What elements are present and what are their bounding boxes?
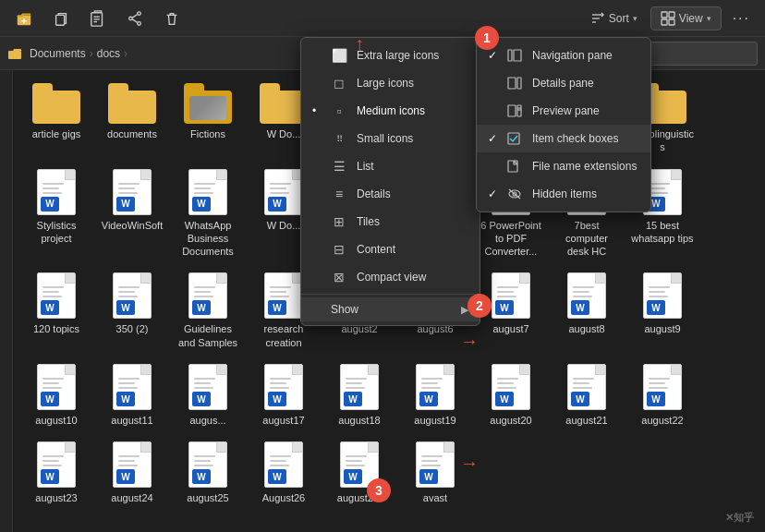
svg-rect-26 <box>517 105 521 116</box>
file-label: august7 <box>492 322 528 335</box>
left-nav <box>0 70 13 532</box>
show-nav-pane[interactable]: ✓ Navigation pane <box>477 42 650 69</box>
more-button[interactable]: ··· <box>725 6 758 30</box>
new-folder-btn[interactable] <box>7 6 41 30</box>
file-item[interactable]: W 120 topics <box>20 267 92 355</box>
file-label: W Do... <box>267 219 301 232</box>
file-label: augus... <box>189 414 225 427</box>
file-label: Fictions <box>190 127 225 140</box>
word-icon: W <box>37 441 76 488</box>
file-label: documents <box>107 127 157 140</box>
word-icon: W <box>113 169 152 215</box>
copy-btn[interactable] <box>44 6 78 30</box>
file-item[interactable]: W August26 <box>248 436 320 510</box>
share-btn[interactable] <box>118 6 152 30</box>
show-details-pane[interactable]: Details pane <box>477 69 650 97</box>
file-item[interactable]: W august11 <box>96 358 168 432</box>
file-item[interactable]: W WhatsApp Business Documents <box>172 163 244 264</box>
word-icon: W <box>113 364 152 410</box>
view-medium[interactable]: • ▫ Medium icons <box>301 97 480 125</box>
word-icon: W <box>567 272 606 319</box>
word-icon: W <box>37 169 76 215</box>
file-item[interactable]: W august24 <box>96 436 168 510</box>
file-label: W Do... <box>267 127 301 140</box>
word-icon: W <box>567 364 606 410</box>
file-item[interactable]: W august23 <box>20 436 92 510</box>
sort-button[interactable]: Sort ▾ <box>581 7 647 30</box>
svg-point-9 <box>138 21 141 25</box>
view-small[interactable]: ⠿ Small icons <box>301 125 480 152</box>
file-item[interactable]: W VideoWinSoft <box>96 163 168 264</box>
svg-rect-22 <box>514 50 521 61</box>
view-large[interactable]: ◻ Large icons <box>301 69 480 97</box>
medium-icon: ▫ <box>331 103 347 119</box>
view-extra-large[interactable]: ⬜ Extra large icons <box>301 42 480 69</box>
bc-docs[interactable]: docs <box>97 47 120 60</box>
show-file-extensions[interactable]: File name extensions <box>477 152 650 180</box>
badge-3: 3 <box>367 478 391 502</box>
file-item[interactable]: article gigs <box>20 78 92 160</box>
file-label: 120 topics <box>33 322 79 335</box>
word-icon: W <box>264 441 303 488</box>
svg-rect-17 <box>669 12 674 18</box>
file-item[interactable]: W 350 (2) <box>96 267 168 355</box>
file-item[interactable]: W august21 <box>551 358 623 432</box>
word-icon: W <box>492 272 530 319</box>
file-item[interactable]: W august20 <box>475 358 547 432</box>
svg-rect-20 <box>8 51 21 59</box>
toolbar: Sort ▾ View ▾ ··· <box>0 0 765 37</box>
word-icon: W <box>264 169 303 215</box>
file-item[interactable]: W august17 <box>248 358 320 432</box>
content-icon: ⊟ <box>331 241 347 258</box>
file-item[interactable]: W august19 <box>399 358 471 432</box>
view-list[interactable]: ☰ List <box>301 152 480 180</box>
word-icon: W <box>37 272 76 319</box>
show-preview-pane[interactable]: Preview pane <box>477 97 650 125</box>
file-label: Guidelines and Samples <box>176 322 240 349</box>
show-hidden-items[interactable]: ✓ Hidden items <box>477 180 650 208</box>
file-item[interactable]: W august22 <box>626 358 698 432</box>
bc-documents[interactable]: Documents <box>30 47 86 60</box>
file-item[interactable]: documents <box>96 78 168 160</box>
extra-large-icon: ⬜ <box>331 47 347 64</box>
view-button[interactable]: View ▾ <box>650 6 722 30</box>
file-label: 7best computer desk HC <box>554 219 619 259</box>
word-icon: W <box>416 441 455 488</box>
word-icon: W <box>340 364 379 410</box>
file-label: august8 <box>568 322 604 335</box>
file-label: august9 <box>644 322 680 335</box>
file-item[interactable]: W august8 <box>551 267 623 355</box>
word-icon: W <box>188 272 227 319</box>
divider <box>301 294 480 295</box>
file-item[interactable]: W Guidelines and Samples <box>172 267 244 355</box>
view-show[interactable]: Show ▶ <box>301 297 480 321</box>
file-item[interactable]: W august25 <box>172 436 244 510</box>
view-content[interactable]: ⊟ Content <box>301 236 480 263</box>
file-item[interactable]: W Stylistics project <box>20 163 92 264</box>
svg-rect-16 <box>662 12 667 18</box>
view-compact[interactable]: ⊠ Compact view <box>301 263 480 291</box>
details-icon: ≡ <box>331 186 347 202</box>
view-details[interactable]: ≡ Details <box>301 180 480 208</box>
file-item[interactable]: W august10 <box>20 358 92 432</box>
delete-btn[interactable] <box>155 6 188 30</box>
file-item[interactable]: W august9 <box>626 267 698 355</box>
file-label: 15 best whatsapp tips <box>630 219 695 246</box>
file-label: august23 <box>35 491 77 504</box>
file-item[interactable]: W august18 <box>323 358 395 432</box>
svg-point-8 <box>138 11 141 15</box>
view-tiles[interactable]: ⊞ Tiles <box>301 208 480 236</box>
file-item[interactable]: W augus... <box>172 358 244 432</box>
word-icon: W <box>492 364 530 410</box>
file-label: WhatsApp Business Documents <box>176 219 240 259</box>
badge-2: 2 <box>468 294 492 318</box>
word-icon: W <box>188 441 227 488</box>
file-label: VideoWinSoft <box>102 219 163 232</box>
svg-rect-24 <box>517 78 521 89</box>
show-item-checkboxes[interactable]: ✓ Item check boxes <box>477 125 650 152</box>
tiles-icon: ⊞ <box>331 213 347 230</box>
folder-icon-small <box>7 46 22 61</box>
small-icon: ⠿ <box>331 130 347 147</box>
file-item[interactable]: Fictions <box>172 78 244 160</box>
paste-btn[interactable] <box>81 6 115 30</box>
